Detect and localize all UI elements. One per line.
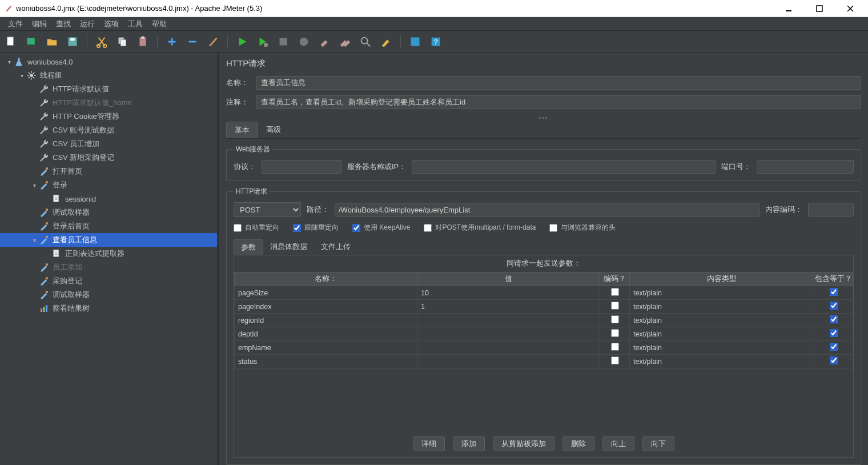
cell-encode[interactable] bbox=[600, 300, 630, 314]
from-clip-button[interactable]: 从剪贴板添加 bbox=[493, 436, 554, 451]
tree-item[interactable]: CSV 员工增加 bbox=[0, 137, 217, 151]
cell-encode[interactable] bbox=[600, 341, 630, 355]
start-no-pause-icon[interactable] bbox=[256, 35, 269, 48]
toggle-icon[interactable] bbox=[207, 35, 219, 48]
tree-item[interactable]: 员工添加 bbox=[0, 260, 217, 274]
table-row[interactable]: deptIdtext/plain bbox=[235, 327, 853, 341]
cell-ctype[interactable]: text/plain bbox=[630, 300, 814, 314]
save-icon[interactable] bbox=[66, 35, 79, 48]
toggle-icon[interactable]: ▾ bbox=[31, 182, 38, 189]
cell-ctype[interactable]: text/plain bbox=[630, 327, 814, 341]
maximize-button[interactable] bbox=[810, 3, 829, 14]
cell-encode[interactable] bbox=[600, 286, 630, 300]
test-plan-tree[interactable]: ▾woniuboss4.0▾线程组HTTP请求默认值HTTP请求默认值_home… bbox=[0, 53, 219, 465]
tab-basic[interactable]: 基本 bbox=[226, 122, 258, 138]
col-encode[interactable]: 编码？ bbox=[600, 272, 630, 286]
cell-value[interactable]: 1 bbox=[417, 300, 600, 314]
open-icon[interactable] bbox=[46, 35, 58, 48]
encoding-input[interactable] bbox=[808, 203, 854, 217]
reset-search-icon[interactable] bbox=[380, 35, 392, 48]
tree-item[interactable]: 正则表达式提取器 bbox=[0, 247, 217, 260]
subtab-files[interactable]: 文件上传 bbox=[314, 239, 357, 255]
table-row[interactable]: empNametext/plain bbox=[235, 341, 853, 355]
col-value[interactable]: 值 bbox=[417, 272, 600, 286]
subtab-body[interactable]: 消息体数据 bbox=[263, 239, 314, 255]
cell-equals[interactable] bbox=[814, 314, 853, 327]
cut-icon[interactable] bbox=[95, 35, 108, 48]
menu-tools[interactable]: 工具 bbox=[123, 18, 147, 30]
cell-equals[interactable] bbox=[814, 341, 853, 355]
stop-icon[interactable] bbox=[277, 35, 290, 48]
cell-ctype[interactable]: text/plain bbox=[630, 286, 814, 300]
col-ctype[interactable]: 内容类型 bbox=[630, 272, 814, 286]
tab-advanced[interactable]: 高级 bbox=[258, 122, 289, 138]
clear-icon[interactable] bbox=[318, 35, 331, 48]
copy-icon[interactable] bbox=[116, 35, 128, 48]
tree-item[interactable]: 打开首页 bbox=[0, 165, 217, 178]
cb-multipart[interactable]: 对POST使用multipart / form-data bbox=[424, 223, 536, 232]
protocol-input[interactable] bbox=[262, 160, 341, 174]
path-input[interactable] bbox=[335, 203, 760, 217]
cell-value[interactable]: 10 bbox=[417, 286, 600, 300]
param-table[interactable]: 名称： 值 编码？ 内容类型 包含等于？ pageSize10text/plai… bbox=[234, 272, 853, 368]
cell-value[interactable] bbox=[417, 327, 600, 341]
table-row[interactable]: regionIdtext/plain bbox=[235, 314, 853, 327]
cell-name[interactable]: pageSize bbox=[235, 286, 417, 300]
cb-auto-redirect[interactable]: 自动重定向 bbox=[234, 223, 279, 232]
up-button[interactable]: 向上 bbox=[602, 436, 634, 451]
minimize-button[interactable] bbox=[779, 3, 798, 14]
method-select[interactable]: POST bbox=[234, 202, 301, 217]
cell-equals[interactable] bbox=[814, 327, 853, 341]
tree-item[interactable]: HTTP Cookie管理器 bbox=[0, 110, 217, 123]
gripper-icon[interactable]: ••• bbox=[226, 115, 861, 119]
table-row[interactable]: pageSize10text/plain bbox=[235, 286, 853, 300]
tree-item[interactable]: 采购登记 bbox=[0, 274, 217, 288]
templates-icon[interactable] bbox=[25, 35, 38, 48]
cell-encode[interactable] bbox=[600, 327, 630, 341]
menu-options[interactable]: 选项 bbox=[99, 18, 123, 30]
delete-button[interactable]: 删除 bbox=[562, 436, 594, 451]
cell-encode[interactable] bbox=[600, 355, 630, 368]
cell-value[interactable] bbox=[417, 341, 600, 355]
tree-item[interactable]: HTTP请求默认值 bbox=[0, 82, 217, 96]
tree-item[interactable]: 登录后首页 bbox=[0, 219, 217, 233]
cell-name[interactable]: status bbox=[235, 355, 417, 368]
collapse-icon[interactable] bbox=[186, 35, 199, 48]
close-button[interactable] bbox=[841, 3, 860, 14]
menu-help[interactable]: 帮助 bbox=[147, 18, 171, 30]
col-equals[interactable]: 包含等于？ bbox=[814, 272, 853, 286]
toggle-icon[interactable]: ▾ bbox=[18, 73, 25, 79]
menu-search[interactable]: 查找 bbox=[51, 18, 75, 30]
menu-edit[interactable]: 编辑 bbox=[27, 18, 51, 30]
table-row[interactable]: statustext/plain bbox=[235, 355, 853, 368]
tree-item[interactable]: sessionid bbox=[0, 192, 217, 206]
cb-follow-redirect[interactable]: 跟随重定向 bbox=[293, 223, 339, 232]
tree-item[interactable]: ▾查看员工信息 bbox=[0, 233, 217, 247]
col-name[interactable]: 名称： bbox=[235, 272, 417, 286]
tree-item[interactable]: CSV 账号测试数据 bbox=[0, 123, 217, 137]
menu-run[interactable]: 运行 bbox=[75, 18, 99, 30]
cell-value[interactable] bbox=[417, 355, 600, 368]
tree-item[interactable]: 调试取样器 bbox=[0, 206, 217, 219]
start-icon[interactable] bbox=[236, 35, 248, 48]
shutdown-icon[interactable] bbox=[298, 35, 310, 48]
cb-browser-headers[interactable]: 与浏览器兼容的头 bbox=[549, 223, 616, 232]
tree-item[interactable]: ▾登录 bbox=[0, 178, 217, 192]
cell-name[interactable]: regionId bbox=[235, 314, 417, 327]
cb-keepalive[interactable]: 使用 KeepAlive bbox=[352, 223, 410, 232]
paste-icon[interactable] bbox=[136, 35, 149, 48]
cell-equals[interactable] bbox=[814, 286, 853, 300]
detail-button[interactable]: 详细 bbox=[413, 436, 445, 451]
subtab-params[interactable]: 参数 bbox=[234, 239, 263, 255]
cell-name[interactable]: deptId bbox=[235, 327, 417, 341]
tree-item[interactable]: 察看结果树 bbox=[0, 302, 217, 315]
clear-all-icon[interactable] bbox=[339, 35, 351, 48]
cell-equals[interactable] bbox=[814, 300, 853, 314]
name-input[interactable] bbox=[256, 76, 861, 90]
function-helper-icon[interactable] bbox=[409, 35, 421, 48]
cell-ctype[interactable]: text/plain bbox=[630, 314, 814, 327]
tree-item[interactable]: ▾woniuboss4.0 bbox=[0, 55, 217, 69]
cell-ctype[interactable]: text/plain bbox=[630, 355, 814, 368]
port-input[interactable] bbox=[757, 160, 854, 174]
expand-icon[interactable] bbox=[166, 35, 178, 48]
